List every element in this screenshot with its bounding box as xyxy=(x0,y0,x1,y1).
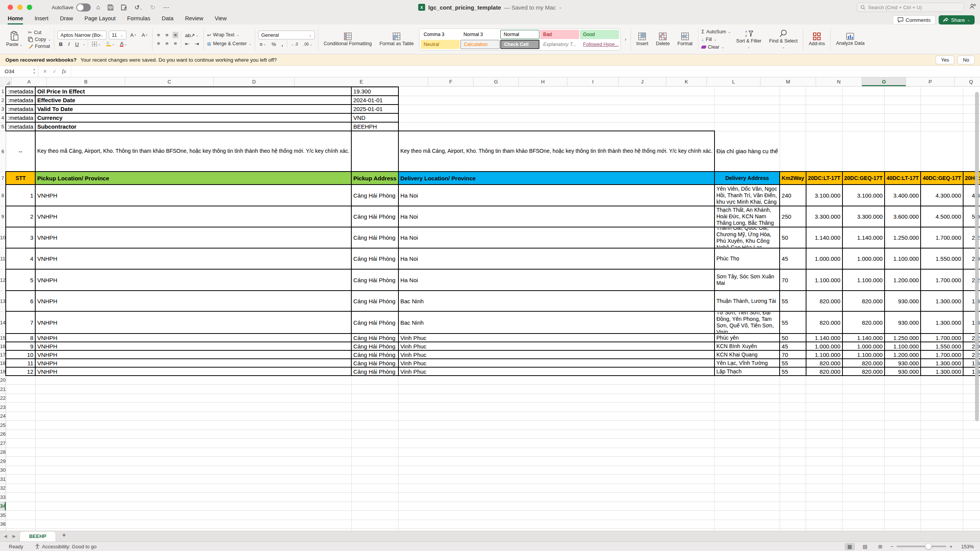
cell-D17[interactable]: Vinh Phuc xyxy=(398,350,715,359)
cell-A33[interactable] xyxy=(6,493,35,502)
cell-H4[interactable] xyxy=(842,113,885,122)
cell-J24[interactable] xyxy=(921,412,963,421)
cell-E29[interactable] xyxy=(715,457,780,466)
cell-A27[interactable] xyxy=(6,439,35,448)
cell-D21[interactable] xyxy=(398,385,715,394)
cell-E34[interactable] xyxy=(715,502,780,511)
cell-K34[interactable] xyxy=(963,502,980,511)
cell-H29[interactable] xyxy=(842,457,885,466)
formula-input[interactable] xyxy=(71,66,980,77)
cell-I34[interactable] xyxy=(885,502,921,511)
column-header-P[interactable]: P xyxy=(906,77,955,86)
cell-C10[interactable]: Cảng Hải Phòng xyxy=(351,227,398,248)
cell-I10[interactable]: 1.250.000 xyxy=(885,227,921,248)
row-header-35[interactable]: 35 xyxy=(0,511,6,520)
cell-H21[interactable] xyxy=(842,385,885,394)
row-header-18[interactable]: 18 xyxy=(0,359,6,367)
cell-E3[interactable] xyxy=(715,105,780,113)
increase-decimal-button[interactable]: ←.0 xyxy=(290,42,300,46)
cell-C9[interactable]: Cảng Hải Phòng xyxy=(351,206,398,227)
cell-I16[interactable]: 1.100.000 xyxy=(885,342,921,350)
cell-H37[interactable] xyxy=(842,529,885,531)
cell-H1[interactable] xyxy=(842,87,885,96)
insert-cells-button[interactable]: Insert xyxy=(634,33,651,46)
zoom-percentage[interactable]: 153% xyxy=(958,544,974,549)
cell-I21[interactable] xyxy=(885,385,921,394)
column-header-I[interactable]: I xyxy=(567,77,619,86)
table-header-J7[interactable]: 40DC:GEQ-17T xyxy=(921,172,963,185)
home-icon[interactable]: ⌂ xyxy=(96,4,100,11)
cell-G29[interactable] xyxy=(806,457,842,466)
cell-F4[interactable] xyxy=(780,113,806,122)
zoom-slider[interactable]: − + xyxy=(891,544,952,549)
cell-K31[interactable] xyxy=(963,475,980,484)
row-header-7[interactable]: 7 xyxy=(0,172,6,185)
cell-B22[interactable] xyxy=(35,394,351,403)
cell-I26[interactable] xyxy=(885,430,921,439)
cell-G35[interactable] xyxy=(806,511,842,520)
row-header-2[interactable]: 2 xyxy=(0,96,6,105)
cell-F17[interactable]: 70 xyxy=(780,350,806,359)
cut-button[interactable]: ✂Cut xyxy=(28,29,51,35)
cell-C26[interactable] xyxy=(351,430,398,439)
share-people-icon[interactable] xyxy=(969,3,976,10)
cell-C15[interactable]: Cảng Hải Phòng xyxy=(351,334,398,342)
row-header-14[interactable]: 14 xyxy=(0,311,6,334)
row-header-11[interactable]: 11 xyxy=(0,248,6,269)
cell-I19[interactable]: 930.000 xyxy=(885,367,921,376)
cell-D29[interactable] xyxy=(398,457,715,466)
cell-E10[interactable]: Thanh Oai, Quốc Oai, Chương Mỹ, Ứng Hòa,… xyxy=(715,227,780,248)
cell-F18[interactable]: 55 xyxy=(780,359,806,367)
cell-E15[interactable]: Phúc yên xyxy=(715,334,780,342)
cell-D23[interactable] xyxy=(398,403,715,412)
cell-H2[interactable] xyxy=(842,96,885,105)
delete-cells-button[interactable]: Delete xyxy=(654,33,672,46)
cell-D36[interactable] xyxy=(398,520,715,529)
analyze-data-button[interactable]: Analyze Data xyxy=(834,33,867,46)
cell-B21[interactable] xyxy=(35,385,351,394)
cell-E8[interactable]: TT Hà Nội, Bồ Đề, Đông Anh, Gia Lâm, Lon… xyxy=(715,185,780,206)
row-header-6[interactable]: 6 xyxy=(0,131,6,172)
cell-E17[interactable]: KCN Khai Quang xyxy=(715,350,780,359)
cell-D34[interactable] xyxy=(398,502,715,511)
cell-H17[interactable]: 1.100.000 xyxy=(842,350,885,359)
cell-B23[interactable] xyxy=(35,403,351,412)
cell-H10[interactable]: 1.140.000 xyxy=(842,227,885,248)
italic-button[interactable]: I xyxy=(66,41,71,47)
minimize-window-button[interactable] xyxy=(17,5,23,10)
search-input[interactable]: Search (Cmd + Ctrl + U) xyxy=(857,3,964,12)
cell-F30[interactable] xyxy=(780,466,806,475)
cell-B24[interactable] xyxy=(35,412,351,421)
cell-A24[interactable] xyxy=(6,412,35,421)
cell-I14[interactable]: 930.000 xyxy=(885,311,921,334)
ribbon-tab-draw[interactable]: Draw xyxy=(60,15,73,25)
table-header-A7[interactable]: STT xyxy=(6,172,35,185)
cell-F13[interactable]: 55 xyxy=(780,291,806,311)
styles-gallery-more-button[interactable]: › xyxy=(624,37,628,42)
cell-G14[interactable]: 820.000 xyxy=(806,311,842,334)
cell-D35[interactable] xyxy=(398,511,715,520)
cell-C4[interactable]: VND xyxy=(351,113,398,122)
cell-H34[interactable] xyxy=(842,502,885,511)
cell-E25[interactable] xyxy=(715,421,780,430)
row-header-32[interactable]: 32 xyxy=(0,484,6,493)
row-header-21[interactable]: 21 xyxy=(0,385,6,394)
cell-K36[interactable] xyxy=(963,520,980,529)
cell-E37[interactable] xyxy=(715,529,780,531)
cell-H35[interactable] xyxy=(842,511,885,520)
row-header-24[interactable]: 24 xyxy=(0,412,6,421)
cell-E30[interactable] xyxy=(715,466,780,475)
row-header-28[interactable]: 28 xyxy=(0,448,6,457)
cell-A37[interactable] xyxy=(6,529,35,531)
cell-F15[interactable]: 50 xyxy=(780,334,806,342)
cell-D27[interactable] xyxy=(398,439,715,448)
cell-A35[interactable] xyxy=(6,511,35,520)
cell-J16[interactable]: 1.550.000 xyxy=(921,342,963,350)
cell-J32[interactable] xyxy=(921,484,963,493)
cell-H18[interactable]: 820.000 xyxy=(842,359,885,367)
cell-D24[interactable] xyxy=(398,412,715,421)
row-header-13[interactable]: 13 xyxy=(0,291,6,311)
cell-J4[interactable] xyxy=(921,113,963,122)
table-header-E7[interactable]: Delivery Address xyxy=(715,172,780,185)
cell-B17[interactable]: VNHPH xyxy=(35,350,351,359)
